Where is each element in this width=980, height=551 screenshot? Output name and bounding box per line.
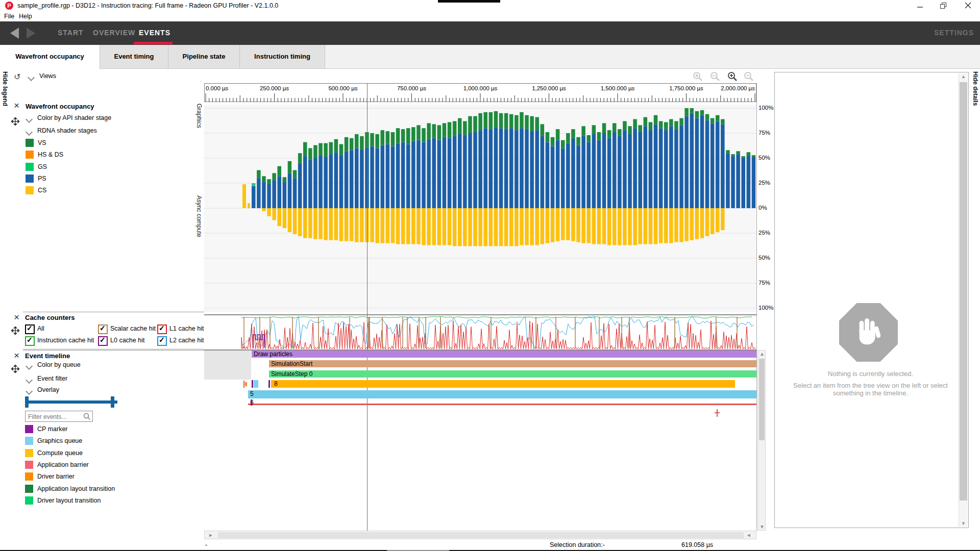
event-row-simulatestep-0[interactable]	[269, 370, 756, 378]
event-row-8[interactable]	[271, 380, 735, 388]
percent-label: 100%	[758, 305, 773, 311]
tab-event-timing[interactable]: Event timing	[100, 45, 168, 68]
hide-legend-strip[interactable]: Hide legend	[2, 71, 9, 106]
svg-text:1,000.000 µs: 1,000.000 µs	[463, 85, 498, 91]
event-row-5[interactable]	[248, 390, 756, 398]
close-cache-section-icon[interactable]: ×	[14, 314, 19, 321]
scroll-up-icon[interactable]: ▲	[760, 351, 765, 357]
checkbox-l2-cache-hit[interactable]: ✓	[157, 336, 167, 346]
timeline-horizontal-scrollbar[interactable]: ▲ ▼	[204, 531, 756, 539]
forward-arrow-icon[interactable]	[27, 28, 35, 39]
slider-handle-right[interactable]	[111, 396, 114, 408]
color-by-queue-chevron-icon[interactable]	[27, 363, 36, 372]
close-wavefront-section-icon[interactable]: ×	[14, 102, 19, 109]
checkbox-l1-cache-hit[interactable]: ✓	[157, 324, 167, 334]
legend-swatch	[26, 139, 34, 147]
scrollbar-thumb[interactable]	[960, 82, 967, 500]
checkbox-scalar-cache-hit[interactable]: ✓	[98, 324, 108, 334]
nav-overview[interactable]: OVERVIEW	[93, 29, 135, 37]
filter-events-box	[25, 411, 93, 422]
scroll-up-icon[interactable]: ▲	[961, 74, 966, 79]
checkbox-all[interactable]: ✓	[25, 324, 35, 334]
event-row-label: 5	[250, 390, 254, 397]
zoom-in-icon[interactable]	[727, 71, 738, 82]
window-title: sample_profile.rgp - D3D12 - Instruction…	[17, 2, 278, 9]
slider-handle-left[interactable]	[25, 396, 29, 408]
event-row-simulationstart[interactable]	[269, 360, 756, 367]
move-cache-section-icon[interactable]	[11, 327, 19, 337]
close-icon[interactable]	[960, 0, 977, 11]
cache-counters-chart[interactable]	[204, 314, 756, 350]
overlay-option[interactable]: Overlay	[37, 386, 59, 393]
svg-text:500.000 µs: 500.000 µs	[328, 85, 357, 91]
event-filter-chevron-icon[interactable]	[27, 377, 36, 386]
checkbox-instruction-cache-hit[interactable]: ✓	[25, 336, 35, 346]
details-panel: Nothing is currently selected. Select an…	[774, 72, 969, 528]
selection-duration-value: 619.058 µs	[681, 541, 713, 548]
legend-item-application-layout-transition: Application layout transition	[25, 485, 188, 493]
legend-swatch	[25, 496, 33, 505]
close-event-timeline-section-icon[interactable]: ×	[14, 352, 19, 359]
legend-swatch	[25, 472, 33, 481]
legend-swatch	[25, 437, 33, 445]
move-wavefront-section-icon[interactable]	[11, 117, 19, 128]
move-event-timeline-section-icon[interactable]	[11, 365, 19, 375]
scrollbar-thumb[interactable]	[759, 359, 765, 440]
color-by-api-chevron-icon[interactable]	[27, 116, 36, 126]
scroll-down-icon[interactable]: ▼	[961, 521, 966, 526]
minimize-icon[interactable]	[912, 0, 929, 11]
legend-label: CP marker	[37, 425, 68, 433]
legend-item-driver-layout-transition: Driver layout transition	[25, 496, 188, 505]
scroll-down-icon[interactable]: ▼	[760, 524, 765, 530]
select-item-hint-text: Select an item from the tree view on the…	[780, 382, 961, 397]
event-row-draw-particles[interactable]	[252, 350, 756, 358]
event-row-6[interactable]	[248, 404, 756, 405]
timeline-ruler[interactable]: 0.000 µs250.000 µs500.000 µs750.000 µs1,…	[204, 83, 756, 102]
views-label[interactable]: Views	[39, 72, 56, 80]
percent-label: 50%	[758, 255, 770, 261]
event-rows-vertical-scrollbar[interactable]: ▲ ▼	[757, 350, 766, 531]
event-row-label: 8	[274, 380, 278, 387]
legend-swatch	[25, 485, 33, 493]
hide-details-strip[interactable]: Hide details	[972, 71, 979, 106]
event-row-label: SimulateStep 0	[271, 370, 312, 378]
color-by-api-option[interactable]: Color by API shader stage	[37, 114, 111, 121]
slider-track[interactable]	[25, 400, 117, 404]
menu-file[interactable]: File	[4, 13, 14, 20]
zoom-to-selection-icon[interactable]	[709, 71, 721, 82]
wavefront-section-title: Wavefront occupancy	[26, 103, 94, 110]
restore-icon[interactable]	[935, 0, 952, 11]
filter-events-input[interactable]	[27, 412, 83, 422]
zoom-out-icon[interactable]	[743, 71, 754, 82]
scrollbar-thumb[interactable]	[218, 532, 744, 538]
legend-item-compute-queue: Compute queue	[25, 449, 188, 458]
undo-icon[interactable]: ↺	[14, 72, 20, 82]
zoom-reset-icon[interactable]	[692, 71, 703, 82]
tab-wavefront-occupancy[interactable]: Wavefront occupancy	[0, 45, 100, 69]
legend-label: Driver barrier	[37, 473, 75, 480]
overlay-range-slider[interactable]	[25, 396, 117, 408]
stop-hand-icon	[839, 303, 898, 362]
event-filter-option[interactable]: Event filter	[37, 375, 67, 382]
legend-swatch	[26, 151, 34, 159]
rdna-stages-option[interactable]: RDNA shader stages	[37, 127, 97, 134]
color-by-queue-option[interactable]: Color by queue	[37, 361, 81, 368]
tab-instruction-timing[interactable]: Instruction timing	[240, 45, 325, 68]
wavefront-occupancy-chart[interactable]	[204, 105, 756, 312]
nav-settings[interactable]: SETTINGS	[934, 29, 974, 37]
details-panel-scrollbar[interactable]: ▲ ▼	[959, 73, 968, 527]
graphics-axis-label: Graphics	[195, 104, 203, 128]
nav-events[interactable]: EVENTS	[139, 29, 170, 37]
tab-pipeline-state[interactable]: Pipeline state	[168, 45, 240, 68]
scroll-right-icon[interactable]: ▼	[747, 533, 752, 538]
legend-label: HS & DS	[38, 151, 63, 158]
views-chevron-icon[interactable]	[29, 74, 38, 84]
back-arrow-icon[interactable]	[10, 28, 19, 39]
nav-start[interactable]: START	[58, 29, 84, 37]
checkbox-l0-cache-hit[interactable]: ✓	[98, 336, 108, 346]
legend-item-vs: VS	[26, 139, 179, 147]
scroll-left-icon[interactable]: ▲	[208, 533, 214, 538]
menu-help[interactable]: Help	[19, 13, 32, 20]
legend-item-cp-marker: CP marker	[25, 425, 188, 434]
rdna-stages-chevron-icon[interactable]	[27, 129, 36, 138]
